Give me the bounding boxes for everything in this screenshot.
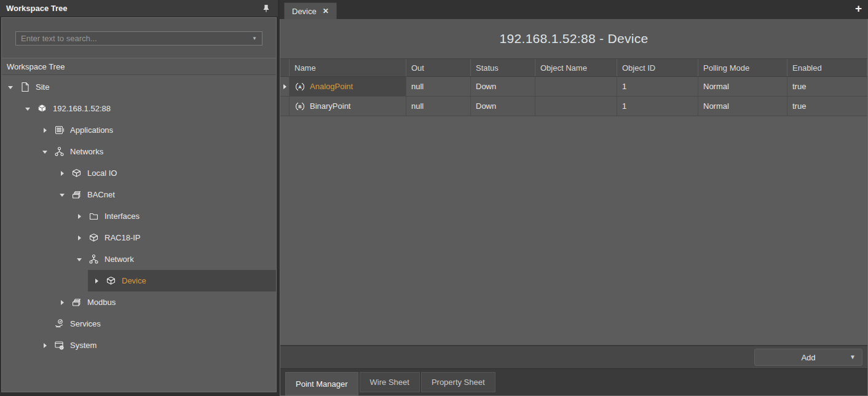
system-gear-icon	[53, 340, 66, 350]
cell-object-name[interactable]	[535, 97, 617, 116]
workspace-tree-header: Workspace Tree	[0, 0, 278, 17]
expander-spacer	[41, 320, 50, 328]
application-window: Workspace Tree ▼ Workspace Tree	[0, 0, 868, 396]
tree-item-applications[interactable]: Applications	[2, 119, 276, 141]
point-manager-view: 192.168.1.52:88 - Device Name Out Status…	[280, 19, 868, 396]
expander-icon[interactable]	[58, 191, 67, 199]
column-header-object-name[interactable]: Object Name	[535, 59, 617, 76]
search-input[interactable]	[16, 34, 247, 43]
search-combobox[interactable]: ▼	[15, 31, 262, 46]
workspace-tree-body: ▼ Workspace Tree Site	[1, 17, 277, 392]
device-cube-icon	[87, 232, 100, 243]
add-button-label: Add	[801, 353, 815, 362]
pushpin-icon[interactable]	[261, 3, 272, 14]
binary-point-icon: B	[294, 101, 306, 112]
tree-item-network[interactable]: Network	[2, 248, 276, 270]
tree-item-rac18-ip[interactable]: RAC18-IP	[2, 227, 276, 248]
table-row-analog-point[interactable]: A AnalogPoint null Down 1 Normal true	[280, 77, 867, 97]
column-header-name[interactable]: Name	[290, 59, 406, 76]
folder-icon	[87, 211, 100, 221]
folder-stack-icon	[70, 189, 83, 200]
applications-grid-icon	[53, 125, 66, 135]
column-header-status[interactable]: Status	[471, 59, 535, 76]
tree-item-interfaces[interactable]: Interfaces	[2, 205, 276, 227]
cell-status[interactable]: Down	[471, 77, 535, 96]
expander-icon[interactable]	[7, 83, 15, 92]
tab-property-sheet[interactable]: Property Sheet	[421, 372, 495, 392]
page-title: 192.168.1.52:88 - Device	[500, 31, 649, 46]
column-header-object-id[interactable]: Object ID	[617, 59, 698, 76]
column-header-out[interactable]: Out	[406, 59, 471, 76]
table-row-binary-point[interactable]: B BinaryPoint null Down 1 Normal true	[280, 97, 867, 116]
tree-item-networks[interactable]: Networks	[2, 141, 276, 162]
cell-name[interactable]: A AnalogPoint	[290, 77, 406, 96]
device-view-panel: Device ✕ + 192.168.1.52:88 - Device Name…	[280, 0, 868, 396]
add-tab-icon[interactable]: +	[855, 2, 862, 14]
tab-device[interactable]: Device ✕	[284, 2, 337, 19]
device-cube-icon	[70, 168, 83, 178]
column-header-polling-mode[interactable]: Polling Mode	[698, 59, 787, 76]
tree-item-system[interactable]: System	[2, 335, 276, 356]
folder-stack-icon	[70, 297, 83, 307]
cell-object-id[interactable]: 1	[617, 77, 698, 96]
network-tree-icon	[87, 254, 100, 264]
expander-icon[interactable]	[24, 105, 33, 113]
action-bar: Add ▼	[280, 345, 867, 368]
column-header-enabled[interactable]: Enabled	[787, 59, 867, 76]
controller-cube-icon	[36, 103, 49, 114]
cell-enabled[interactable]: true	[787, 77, 867, 96]
search-dropdown-icon[interactable]: ▼	[247, 36, 262, 41]
cell-object-name[interactable]	[535, 77, 617, 96]
expander-icon[interactable]	[58, 298, 67, 307]
points-table: Name Out Status Object Name Object ID Po…	[280, 58, 867, 116]
add-button[interactable]: Add ▼	[754, 349, 862, 366]
expander-icon[interactable]	[76, 255, 84, 264]
tab-device-label: Device	[292, 7, 317, 16]
tab-wire-sheet[interactable]: Wire Sheet	[360, 372, 420, 392]
tree-section-label: Workspace Tree	[2, 58, 276, 75]
tab-point-manager[interactable]: Point Manager	[285, 372, 358, 395]
expander-icon[interactable]	[93, 277, 101, 285]
cell-enabled[interactable]: true	[787, 97, 867, 116]
search-area: ▼	[2, 18, 276, 58]
workspace-tree: Site 192.168.1.52:88 Applications	[2, 75, 276, 392]
workspace-tree-panel: Workspace Tree ▼ Workspace Tree	[0, 0, 278, 396]
table-header-row: Name Out Status Object Name Object ID Po…	[280, 58, 867, 77]
close-icon[interactable]: ✕	[323, 7, 329, 15]
tree-item-device[interactable]: Device	[2, 270, 276, 291]
cell-status[interactable]: Down	[471, 97, 535, 116]
tree-item-modbus[interactable]: Modbus	[2, 291, 276, 313]
document-icon	[18, 82, 31, 92]
view-tab-strip: Point Manager Wire Sheet Property Sheet	[280, 368, 867, 395]
expander-icon[interactable]	[41, 148, 50, 156]
cell-out[interactable]: null	[406, 97, 471, 116]
cell-object-id[interactable]: 1	[617, 97, 698, 116]
row-selector-cell[interactable]	[280, 97, 290, 116]
table-empty-area	[280, 116, 867, 345]
view-title-bar: 192.168.1.52:88 - Device	[280, 19, 867, 58]
expander-icon[interactable]	[41, 126, 50, 135]
tree-item-services[interactable]: Services	[2, 313, 276, 335]
network-tree-icon	[53, 146, 66, 157]
tree-item-ip-controller[interactable]: 192.168.1.52:88	[2, 98, 276, 119]
document-tab-strip: Device ✕ +	[280, 0, 868, 19]
svg-text:B: B	[298, 103, 302, 109]
row-selector-arrow-icon	[283, 84, 286, 89]
expander-icon[interactable]	[41, 341, 50, 350]
expander-icon[interactable]	[76, 212, 84, 221]
cell-name[interactable]: B BinaryPoint	[290, 97, 406, 116]
device-cube-icon	[105, 275, 117, 286]
cell-out[interactable]: null	[406, 77, 471, 96]
cell-polling-mode[interactable]: Normal	[698, 77, 787, 96]
workspace-tree-title: Workspace Tree	[6, 4, 261, 13]
cell-polling-mode[interactable]: Normal	[698, 97, 787, 116]
expander-icon[interactable]	[58, 169, 67, 178]
add-dropdown-icon[interactable]: ▼	[850, 354, 856, 360]
row-selector-cell[interactable]	[280, 77, 290, 96]
expander-icon[interactable]	[76, 234, 84, 242]
analog-point-icon: A	[294, 81, 306, 92]
tree-item-bacnet[interactable]: BACnet	[2, 184, 276, 205]
tree-item-site[interactable]: Site	[2, 76, 276, 98]
services-hand-icon	[53, 319, 66, 329]
tree-item-local-io[interactable]: Local IO	[2, 162, 276, 184]
